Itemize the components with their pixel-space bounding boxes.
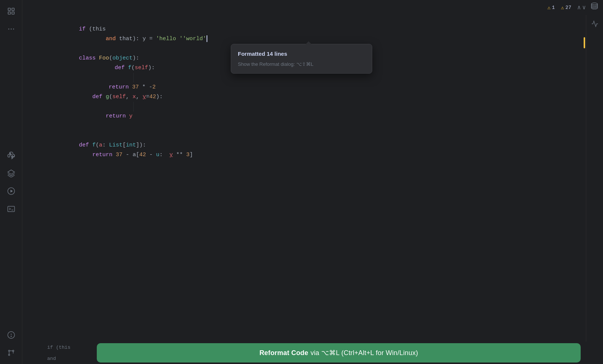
tooltip-title: Formatted 14 lines — [238, 49, 365, 59]
reformat-rest-text: via ⌥⌘L (Ctrl+Alt+L for Win/Linux) — [310, 349, 418, 357]
status-if-text: if (this — [47, 345, 70, 350]
code-line-blank3 — [52, 102, 573, 112]
svg-marker-9 — [7, 170, 14, 174]
svg-marker-11 — [10, 190, 13, 192]
svg-point-4 — [8, 29, 9, 30]
alert-icon[interactable] — [4, 328, 19, 342]
git-icon[interactable] — [4, 345, 19, 360]
line-gutter — [22, 15, 45, 342]
svg-point-5 — [10, 29, 12, 30]
svg-rect-3 — [12, 12, 14, 14]
nav-arrows: ∧ ∨ — [577, 4, 586, 11]
editor-body: if (this and that): y = 'hello ''world' … — [22, 15, 603, 342]
warning-badge-1[interactable]: ⚠ 1 — [547, 4, 555, 11]
reformat-bold-text: Reformat Code — [259, 349, 308, 357]
database-icon[interactable] — [590, 2, 599, 13]
nav-up-arrow[interactable]: ∧ — [577, 4, 581, 11]
code-line-return2: return y — [52, 92, 573, 102]
grid-icon[interactable] — [4, 4, 19, 19]
svg-rect-2 — [8, 12, 10, 14]
nav-down-arrow[interactable]: ∨ — [582, 4, 586, 11]
svg-point-6 — [13, 29, 14, 30]
reformat-banner: Reformat Code via ⌥⌘L (Ctrl+Alt+L for Wi… — [97, 343, 581, 363]
right-panel — [586, 15, 603, 342]
status-bar: if (this and Reformat Code via ⌥⌘L (Ctrl… — [22, 342, 603, 364]
svg-point-7 — [10, 153, 10, 154]
code-line-blank2 — [52, 73, 573, 83]
warning-triangle-1: ⚠ — [547, 4, 550, 11]
tooltip-arrow — [306, 41, 312, 44]
warning-badge-2[interactable]: ⚠ 27 — [561, 4, 571, 11]
code-line-1: if (this — [52, 15, 573, 25]
warning-count-2: 27 — [565, 5, 571, 10]
code-line-return1: return 37 * -2 — [52, 63, 573, 73]
svg-rect-1 — [12, 8, 14, 10]
status-and-text: and — [47, 356, 56, 361]
code-editor[interactable]: if (this and that): y = 'hello ''world' … — [45, 15, 581, 342]
main-editor: ⚠ 1 ⚠ 27 ∧ ∨ — [22, 0, 603, 364]
scrollbar-track[interactable] — [581, 15, 586, 342]
svg-point-8 — [12, 157, 12, 158]
ellipsis-icon[interactable] — [4, 22, 19, 36]
code-line-blank5 — [52, 121, 573, 131]
svg-rect-12 — [7, 206, 14, 212]
layers-icon[interactable] — [4, 166, 19, 181]
warning-triangle-2: ⚠ — [561, 4, 564, 11]
structure-icon[interactable] — [588, 17, 602, 30]
svg-point-20 — [591, 3, 598, 5]
warning-count-1: 1 — [552, 5, 555, 10]
code-line-2: and that): y = 'hello ''world' — [52, 25, 573, 34]
svg-point-16 — [11, 336, 11, 336]
scrollbar-thumb[interactable] — [584, 37, 585, 48]
svg-rect-0 — [8, 8, 10, 10]
svg-point-19 — [8, 350, 10, 352]
warnings-area: ⚠ 1 ⚠ 27 ∧ ∨ — [547, 4, 586, 11]
svg-point-17 — [8, 354, 10, 356]
topbar: ⚠ 1 ⚠ 27 ∧ ∨ — [22, 0, 603, 15]
python-icon[interactable] — [4, 148, 19, 163]
run-icon[interactable] — [4, 184, 19, 199]
terminal-icon[interactable] — [4, 202, 19, 216]
code-line-def-f2: def f(a: List[int]): — [52, 131, 573, 141]
status-left-text: if (this and — [22, 339, 81, 364]
left-sidebar — [0, 0, 22, 364]
